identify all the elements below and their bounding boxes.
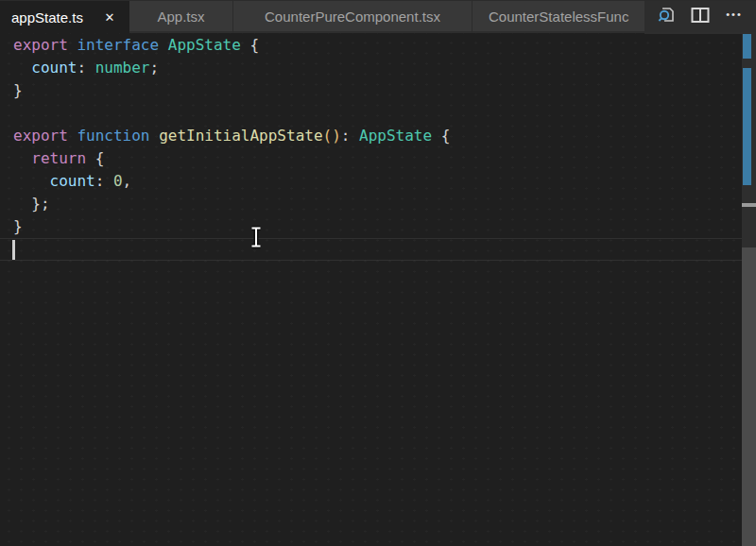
code-line: count: number;	[13, 57, 742, 79]
scrollbar-overview-ruler[interactable]	[742, 33, 756, 546]
tab-app-tsx[interactable]: App.tsx	[129, 1, 233, 33]
ibeam-cursor	[249, 225, 264, 253]
editor-pane[interactable]: export interface AppState { count: numbe…	[0, 33, 742, 546]
tab-label: CounterStatelessFunc	[489, 9, 628, 25]
split-editor-button[interactable]	[688, 5, 713, 29]
editor-tab-bar: appState.ts ✕ App.tsx CounterPureCompone…	[0, 0, 756, 33]
code-content: export interface AppState { count: numbe…	[0, 33, 742, 261]
close-icon[interactable]: ✕	[101, 9, 118, 26]
code-line: }	[13, 79, 742, 102]
code-line: return {	[13, 147, 742, 170]
tab-counterpurecomponent-tsx[interactable]: CounterPureComponent.tsx	[233, 1, 472, 33]
code-line	[13, 238, 742, 261]
tab-appstate-ts[interactable]: appState.ts ✕	[0, 1, 129, 33]
tab-label: CounterPureComponent.tsx	[265, 9, 440, 25]
tab-label: appState.ts	[11, 9, 83, 26]
editor-actions: •••	[644, 1, 756, 34]
scrollbar-slider[interactable]	[742, 247, 756, 546]
code-line	[13, 102, 742, 125]
open-preview-button[interactable]	[654, 5, 679, 29]
code-line: export interface AppState {	[13, 34, 742, 57]
modified-lines-decoration	[743, 68, 751, 185]
code-line: export function getInitialAppState(): Ap…	[13, 125, 742, 147]
more-actions-button[interactable]: •••	[722, 5, 747, 29]
code-line: }	[13, 215, 742, 238]
ellipsis-icon: •••	[726, 9, 743, 24]
split-editor-icon	[691, 7, 710, 27]
code-editor-window: appState.ts ✕ App.tsx CounterPureCompone…	[0, 0, 756, 546]
preview-search-icon	[657, 5, 677, 28]
modified-lines-decoration	[743, 34, 751, 59]
code-line: };	[13, 193, 742, 215]
code-line: count: 0,	[13, 170, 742, 193]
cursor-position-mark	[742, 203, 756, 207]
tab-label: App.tsx	[157, 9, 204, 25]
